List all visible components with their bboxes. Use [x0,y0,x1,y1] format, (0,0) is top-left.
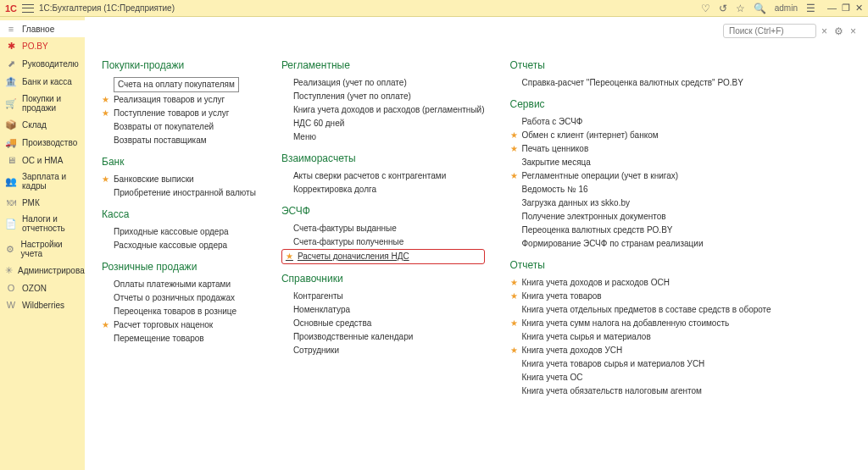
link-item[interactable]: Возвраты от покупателей [102,120,256,134]
link-item[interactable]: Перемещение товаров [102,332,256,346]
link-item[interactable]: Работа с ЭСЧФ [510,115,771,129]
link-item[interactable]: Контрагенты [281,290,485,303]
link-item[interactable]: Поступления (учет по оплате) [281,90,485,103]
sidebar-item[interactable]: ⚙Настройки учета [0,236,85,262]
link-item[interactable]: Счета-фактуры полученные [281,235,485,249]
link-item[interactable]: Отчеты о розничных продажах [102,291,256,305]
link-item[interactable]: Расходные кассовые ордера [102,239,256,252]
link-label: Меню [293,131,316,143]
link-item[interactable]: НДС 60 дней [281,117,485,130]
link-item[interactable]: Книга учета отдельных предметов в состав… [510,303,771,317]
sidebar-item[interactable]: 🍽РМК [0,194,85,211]
clear-search-icon[interactable]: × [820,25,829,37]
link-item[interactable]: Закрытие месяца [510,156,771,169]
column-3: ОтчетыСправка-расчет "Переоценка валютны… [510,51,771,398]
sidebar-item[interactable]: 📦Склад [0,116,85,134]
link-item[interactable]: ★Книга учета сумм налога на добавленную … [510,317,771,330]
link-item[interactable]: Производственные календари [281,330,485,344]
user-label[interactable]: admin [775,3,798,13]
link-label: Переоценка валютных средств PO.BY [522,224,673,236]
link-item[interactable]: Получение электронных документов [510,210,771,224]
link-item[interactable]: ★Книга учета товаров [510,290,771,303]
link-item[interactable]: ★Книга учета доходов и расходов ОСН [510,276,771,290]
link-item[interactable]: Книга учета обязательств налоговым агент… [510,384,771,398]
minimize-icon[interactable]: — [827,3,837,14]
link-item[interactable]: ★Книга учета доходов УСН [510,344,771,357]
link-item[interactable]: Основные средства [281,317,485,330]
link-item[interactable]: ★Банковские выписки [102,173,256,186]
link-item[interactable]: Меню [281,130,485,144]
link-item[interactable]: ★Поступление товаров и услуг [102,107,256,120]
link-label: Номенклатура [293,304,350,316]
menu-icon[interactable] [22,4,34,13]
sidebar-item[interactable]: 🛒Покупки и продажи [0,91,85,116]
link-label: Расходные кассовые ордера [114,240,227,252]
link-item[interactable]: ★Печать ценников [510,142,771,156]
link-label: Регламентные операции (учет в книгах) [522,170,679,182]
link-item[interactable]: Переоценка товаров в рознице [102,305,256,318]
link-item[interactable]: Книга учета сырья и материалов [510,330,771,344]
link-item[interactable]: ★Обмен с клиент (интернет) банком [510,129,771,142]
link-item[interactable]: Переоценка валютных средств PO.BY [510,224,771,237]
search-icon[interactable]: 🔍 [754,3,766,14]
link-item[interactable]: Счета-фактуры выданные [281,222,485,235]
link-item[interactable]: Номенклатура [281,303,485,317]
link-item[interactable]: ★Расчеты доначисления НДС [281,249,485,264]
sidebar-label: Руководителю [22,59,79,69]
sidebar-item[interactable]: WWildberries [0,296,85,313]
history-icon[interactable]: ↺ [719,3,727,14]
link-label: Работа с ЭСЧФ [522,116,583,128]
link-label: Закрытие месяца [522,157,591,169]
link-item[interactable]: Формирование ЭСЧФ по странам реализации [510,237,771,251]
filter-icon[interactable]: ☰ [806,3,815,14]
link-item[interactable]: Приобретение иностранной валюты [102,186,256,200]
section-title: Сервис [510,98,771,110]
sidebar-item[interactable]: 🏦Банк и касса [0,73,85,91]
bell-icon[interactable]: ♡ [701,3,710,14]
close-icon[interactable]: ✕ [855,3,863,14]
link-item[interactable]: ★Расчет торговых наценок [102,318,256,332]
sidebar-item[interactable]: 📄Налоги и отчетность [0,211,85,236]
link-item[interactable]: Приходные кассовые ордера [102,225,256,239]
star-icon[interactable]: ☆ [736,3,745,14]
sidebar-item[interactable]: 👥Зарплата и кадры [0,169,85,194]
sidebar-item[interactable]: 🖥ОС и НМА [0,152,85,169]
link-label: Счета-фактуры полученные [293,236,403,248]
link-item[interactable]: Книга учета товаров сырья и материалов У… [510,357,771,371]
link-item[interactable]: Сотрудники [281,344,485,357]
sidebar-item[interactable]: 🚚Производство [0,134,85,152]
sidebar-item[interactable]: ✳Администрирование [0,262,85,279]
link-item[interactable]: Справка-расчет "Переоценка валютных сред… [510,76,771,90]
link-item[interactable]: Ведомость № 16 [510,183,771,196]
sidebar-item[interactable]: ⬈Руководителю [0,55,85,73]
link-item[interactable]: Возвраты поставщикам [102,134,256,147]
sidebar-item[interactable]: OOZON [0,279,85,296]
sidebar-icon: ⬈ [5,58,17,69]
link-item[interactable]: Загрузка данных из skko.by [510,196,771,210]
close-panel-icon[interactable]: × [849,25,858,37]
link-item[interactable]: ★Реализация товаров и услуг [102,93,256,107]
link-item[interactable]: Корректировка долга [281,183,485,196]
sidebar-label: OZON [22,284,47,293]
link-item[interactable]: Оплаты платежными картами [102,278,256,291]
sidebar-label: Покупки и продажи [22,94,80,113]
link-label: Производственные календари [293,331,413,343]
link-item[interactable]: Счета на оплату покупателям [102,76,256,93]
link-label: НДС 60 дней [293,118,344,130]
maximize-icon[interactable]: ❐ [842,3,850,14]
gear-icon[interactable]: ⚙ [832,25,845,37]
link-item[interactable]: Реализация (учет по оплате) [281,76,485,90]
link-item[interactable]: Книга учета доходов и расходов (регламен… [281,103,485,117]
section-title: ЭСЧФ [281,205,485,217]
sidebar-icon: 🏦 [5,76,17,87]
column-1: Покупки-продажиСчета на оплату покупател… [102,51,256,398]
link-item[interactable]: Книга учета ОС [510,371,771,384]
search-input[interactable] [723,24,816,38]
sidebar-icon: ⚙ [5,244,16,255]
sidebar-item[interactable]: ≡Главное [0,20,85,37]
section-title: Банк [102,156,256,168]
link-item[interactable]: ★Регламентные операции (учет в книгах) [510,169,771,183]
sidebar-item[interactable]: ✱PO.BY [0,37,85,55]
star-icon: ★ [510,130,519,141]
link-item[interactable]: Акты сверки расчетов с контрагентами [281,169,485,183]
